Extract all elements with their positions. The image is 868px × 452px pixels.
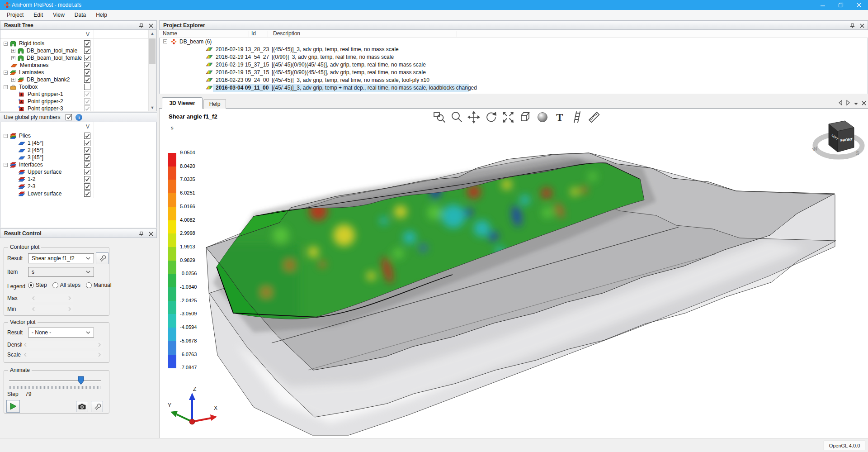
- radio-icon[interactable]: [28, 282, 34, 288]
- max-spinner[interactable]: [30, 294, 73, 302]
- radio-icon[interactable]: [86, 282, 92, 288]
- animate-slider-handle[interactable]: [78, 376, 84, 385]
- collapse-icon[interactable]: −: [4, 134, 8, 138]
- tab-prev-icon[interactable]: [838, 100, 843, 107]
- min-spinner[interactable]: [30, 305, 73, 313]
- visibility-checkbox[interactable]: [84, 98, 90, 105]
- collapse-icon[interactable]: −: [4, 71, 8, 75]
- visibility-checkbox[interactable]: [84, 162, 90, 168]
- expand-icon[interactable]: +: [11, 49, 15, 53]
- tree-item-2-3[interactable]: 2-3: [0, 183, 156, 190]
- visibility-checkbox[interactable]: [84, 48, 90, 54]
- column-id[interactable]: Id: [251, 30, 256, 37]
- column-description[interactable]: Description: [273, 30, 300, 37]
- tree-item-db-beam-blank2[interactable]: +DB_beam_blank2: [0, 76, 148, 83]
- tree-item-1-45[interactable]: 1 [45°]: [0, 139, 156, 147]
- tree-item-point-gripper-1[interactable]: Point gripper-1: [0, 90, 148, 98]
- restore-button[interactable]: [832, 0, 850, 10]
- contour-item-select[interactable]: s: [28, 267, 94, 277]
- radio-icon[interactable]: [52, 282, 58, 288]
- shaded-view-icon[interactable]: .f{fill:#4c4c4c;stroke:none}: [536, 110, 549, 124]
- scrollbar-thumb[interactable]: [149, 38, 156, 64]
- explorer-row-2016-02-19-14-54-27[interactable]: 2016-02-19 14_54_27[(0/90)]_3, adv grip,…: [160, 53, 868, 61]
- column-name[interactable]: Name: [163, 30, 177, 37]
- vector-result-select[interactable]: - None -: [28, 328, 94, 338]
- animate-slider-track[interactable]: [9, 380, 101, 381]
- zoom-window-icon[interactable]: .f{fill:#4c4c4c;stroke:none}: [433, 110, 446, 124]
- collapse-icon[interactable]: −: [4, 163, 8, 167]
- tree-item-1-2[interactable]: 1-2: [0, 176, 156, 183]
- tree-item-point-gripper-3[interactable]: Point gripper-3: [0, 105, 148, 111]
- menu-edit[interactable]: Edit: [28, 10, 48, 19]
- visibility-checkbox[interactable]: [84, 84, 90, 90]
- model-3d-scene[interactable]: [160, 109, 868, 438]
- pin-icon[interactable]: [849, 22, 856, 29]
- tree-item-plies[interactable]: −Plies: [0, 132, 156, 139]
- collapse-icon[interactable]: −: [163, 39, 167, 43]
- explorer-row-2016-02-19-15-37-15[interactable]: 2016-02-19 15_37_15[(45/-45)(0/90)(45/-4…: [160, 69, 868, 76]
- explorer-root-db-beam[interactable]: −DB_beam (6): [160, 38, 868, 46]
- measure-ruler-icon[interactable]: .f{fill:#4c4c4c;stroke:none}: [587, 110, 601, 124]
- scale-spinner[interactable]: [22, 351, 103, 358]
- visibility-checkbox[interactable]: [84, 147, 90, 153]
- visibility-checkbox[interactable]: [84, 154, 90, 161]
- menu-project[interactable]: Project: [2, 10, 28, 19]
- animate-settings-button[interactable]: [91, 401, 103, 412]
- visibility-checkbox[interactable]: [84, 140, 90, 146]
- visibility-checkbox[interactable]: [84, 55, 90, 61]
- tab-3d-viewer[interactable]: 3D Viewer: [162, 97, 203, 109]
- visibility-checkbox[interactable]: [84, 76, 90, 83]
- collapse-icon[interactable]: −: [4, 85, 8, 89]
- pin-icon[interactable]: [137, 22, 145, 29]
- info-icon[interactable]: i: [75, 114, 82, 121]
- visibility-checkbox[interactable]: [84, 105, 90, 111]
- ladder-icon[interactable]: .f{fill:#4c4c4c;stroke:none}: [570, 110, 584, 124]
- tree-item-laminates[interactable]: −Laminates: [0, 69, 148, 76]
- tree-item-3-45[interactable]: 3 [45°]: [0, 154, 156, 161]
- menu-view[interactable]: View: [48, 10, 70, 19]
- explorer-row-2016-02-19-13-28-23[interactable]: 2016-02-19 13_28_23[(45/-45)]_3, adv gri…: [160, 46, 868, 53]
- tree-item-lower-surface[interactable]: Lower surface: [0, 190, 156, 197]
- close-button[interactable]: [850, 0, 868, 10]
- text-annotations-icon[interactable]: .f{fill:#4c4c4c;stroke:none}T: [553, 110, 566, 124]
- visibility-checkbox[interactable]: [84, 62, 90, 68]
- visibility-checkbox[interactable]: [84, 69, 90, 76]
- tree-item-point-gripper-2[interactable]: Point gripper-2: [0, 98, 148, 105]
- play-button[interactable]: [6, 400, 20, 413]
- pin-icon[interactable]: [137, 230, 145, 237]
- fit-view-icon[interactable]: .f{fill:#4c4c4c;stroke:none}: [501, 110, 515, 124]
- snapshot-button[interactable]: [76, 401, 88, 412]
- collapse-icon[interactable]: −: [4, 42, 8, 46]
- visibility-checkbox[interactable]: [84, 40, 90, 47]
- minimize-button[interactable]: [814, 0, 832, 10]
- close-icon[interactable]: [147, 230, 155, 237]
- explorer-row-2016-03-04-09-11-00[interactable]: 2016-03-04 09_11_00[(45/-45)]_3, adv gri…: [160, 84, 868, 92]
- result-settings-button[interactable]: [96, 252, 108, 264]
- tree-item-toolbox[interactable]: −Toolbox: [0, 83, 148, 90]
- zoom-icon[interactable]: .f{fill:#4c4c4c;stroke:none}: [450, 110, 463, 124]
- legend-radio-step[interactable]: Step: [28, 282, 47, 288]
- visibility-checkbox[interactable]: [84, 190, 90, 197]
- visibility-checkbox[interactable]: [84, 183, 90, 190]
- visibility-checkbox[interactable]: [84, 176, 90, 182]
- tab-next-icon[interactable]: [846, 100, 850, 107]
- explorer-row-2016-02-19-15-37-15[interactable]: 2016-02-19 15_37_15[(45/-45)(0/90)(45/-4…: [160, 61, 868, 69]
- scroll-up-icon[interactable]: ▲: [149, 30, 156, 37]
- global-ply-checkbox[interactable]: [66, 114, 72, 120]
- tree-item-db-beam-tool-female[interactable]: +DB_beam_tool_female: [0, 54, 148, 62]
- contour-result-select[interactable]: Shear angle f1_f2: [28, 253, 94, 263]
- tab-close-icon[interactable]: [862, 100, 866, 107]
- menu-data[interactable]: Data: [70, 10, 91, 19]
- close-icon[interactable]: [859, 22, 866, 29]
- tree-item-interfaces[interactable]: −Interfaces: [0, 161, 156, 168]
- menu-help[interactable]: Help: [91, 10, 112, 19]
- expand-icon[interactable]: +: [11, 56, 15, 60]
- legend-radio-all-steps[interactable]: All steps: [52, 282, 80, 288]
- visibility-checkbox[interactable]: [84, 91, 90, 97]
- tab-help[interactable]: Help: [203, 99, 226, 109]
- expand-icon[interactable]: +: [11, 78, 15, 82]
- scrollbar[interactable]: ▲ ▼: [148, 30, 156, 111]
- pan-icon[interactable]: .f{fill:#4c4c4c;stroke:none}: [467, 110, 481, 124]
- navigation-cube[interactable]: W S FRONT LEFT: [811, 118, 867, 167]
- visibility-checkbox[interactable]: [84, 169, 90, 175]
